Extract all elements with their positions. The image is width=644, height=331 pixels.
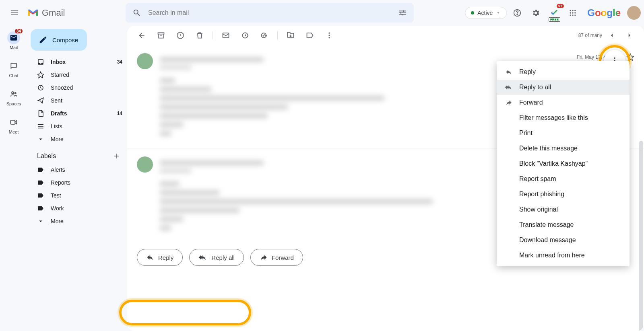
- gmail-logo[interactable]: Gmail: [27, 8, 122, 18]
- ctx-forward[interactable]: Forward: [497, 95, 630, 110]
- reply-button[interactable]: Reply: [137, 249, 183, 266]
- search-icon[interactable]: [129, 5, 145, 21]
- status-label: Active: [477, 10, 493, 16]
- ctx-translate-message[interactable]: Translate message: [497, 217, 630, 232]
- labels-button[interactable]: [302, 27, 318, 43]
- pagination-text: 87 of many: [578, 33, 602, 38]
- nav-more[interactable]: More: [27, 133, 127, 146]
- svg-point-4: [517, 14, 518, 15]
- prev-button[interactable]: [604, 27, 620, 43]
- svg-point-2: [401, 14, 403, 16]
- svg-point-8: [570, 12, 571, 13]
- svg-rect-18: [158, 33, 164, 34]
- ctx-print[interactable]: Print: [497, 125, 630, 141]
- offers-icon[interactable]: 9+ FREE: [546, 5, 562, 21]
- rail-chat[interactable]: Chat: [2, 57, 25, 80]
- svg-point-9: [572, 12, 574, 13]
- search-bar[interactable]: [126, 3, 414, 23]
- svg-point-11: [570, 14, 571, 16]
- svg-point-5: [570, 10, 571, 11]
- svg-point-25: [328, 37, 330, 38]
- scrollbar[interactable]: [639, 141, 643, 331]
- offers-badge: 9+: [557, 4, 564, 8]
- label-work[interactable]: Work: [27, 202, 127, 215]
- nav-inbox[interactable]: Inbox34: [27, 56, 127, 68]
- account-avatar[interactable]: [627, 6, 641, 20]
- nav-starred[interactable]: Starred: [27, 68, 127, 81]
- reply-all-button[interactable]: Reply all: [189, 249, 244, 266]
- message-toolbar: 87 of many: [127, 26, 644, 45]
- more-button[interactable]: [321, 27, 337, 43]
- svg-point-6: [572, 10, 574, 11]
- label-test[interactable]: Test: [27, 189, 127, 202]
- divider: [213, 31, 213, 39]
- status-chip[interactable]: Active: [465, 7, 507, 19]
- rail-meet[interactable]: Meet: [2, 113, 25, 137]
- ctx-delete-this-message[interactable]: Delete this message: [497, 141, 630, 156]
- archive-button[interactable]: [153, 27, 169, 43]
- move-to-button[interactable]: [283, 27, 299, 43]
- ctx-reply-to-all[interactable]: Reply to all: [497, 80, 630, 95]
- rail-mail-badge: 34: [15, 29, 23, 33]
- sender-avatar[interactable]: [137, 53, 153, 69]
- apps-icon[interactable]: [565, 5, 581, 21]
- forward-button[interactable]: Forward: [250, 249, 303, 266]
- svg-point-13: [574, 14, 576, 16]
- message-context-menu: ReplyReply to allForwardFilter messages …: [497, 61, 630, 266]
- add-label-button[interactable]: [113, 152, 121, 160]
- nav-lists[interactable]: Lists: [27, 120, 127, 133]
- labels-header: Labels: [37, 152, 56, 160]
- gmail-text: Gmail: [42, 8, 65, 18]
- nav-drafts[interactable]: Drafts14: [27, 107, 127, 120]
- ctx-report-spam[interactable]: Report spam: [497, 171, 630, 187]
- report-spam-button[interactable]: [172, 27, 188, 43]
- compose-button[interactable]: Compose: [31, 29, 87, 51]
- app-rail: 34 Mail Chat Spaces Meet: [0, 26, 27, 331]
- rail-label: Spaces: [6, 101, 21, 106]
- status-dot-icon: [471, 11, 474, 14]
- rail-spaces[interactable]: Spaces: [2, 85, 25, 109]
- ctx-show-original[interactable]: Show original: [497, 202, 630, 217]
- delete-button[interactable]: [192, 27, 208, 43]
- support-icon[interactable]: [509, 5, 525, 21]
- ctx-mark-unread-from-here[interactable]: Mark unread from here: [497, 248, 630, 263]
- ctx-block-vartika-kashyap-[interactable]: Block "Vartika Kashyap": [497, 156, 630, 171]
- label-more[interactable]: More: [27, 215, 127, 228]
- ctx-reply[interactable]: Reply: [497, 64, 630, 80]
- google-logo[interactable]: Google: [587, 7, 621, 19]
- ctx-download-message[interactable]: Download message: [497, 232, 630, 248]
- rail-label: Mail: [10, 45, 18, 50]
- ctx-report-phishing[interactable]: Report phishing: [497, 187, 630, 202]
- svg-point-7: [574, 10, 576, 11]
- svg-rect-16: [11, 120, 15, 124]
- search-input[interactable]: [145, 9, 394, 16]
- svg-point-23: [328, 33, 330, 34]
- snooze-button[interactable]: [237, 27, 253, 43]
- meet-icon: [7, 116, 20, 129]
- mark-unread-button[interactable]: [218, 27, 234, 43]
- compose-label: Compose: [52, 37, 78, 43]
- svg-point-10: [574, 12, 576, 13]
- free-tag: FREE: [549, 17, 560, 22]
- add-task-button[interactable]: [256, 27, 272, 43]
- settings-icon[interactable]: [528, 5, 544, 21]
- main-menu-button[interactable]: [5, 3, 24, 23]
- svg-point-1: [400, 12, 402, 14]
- next-button[interactable]: [621, 27, 638, 43]
- back-button[interactable]: [134, 27, 150, 43]
- svg-point-24: [328, 35, 330, 36]
- label-reports[interactable]: Reports: [27, 176, 127, 189]
- label-alerts[interactable]: Alerts: [27, 163, 127, 176]
- rail-label: Chat: [9, 73, 18, 78]
- sidebar: Compose Inbox34StarredSnoozedSentDrafts1…: [27, 26, 127, 331]
- svg-point-0: [403, 10, 405, 12]
- sender-avatar[interactable]: [137, 156, 153, 173]
- rail-mail[interactable]: 34 Mail: [2, 29, 25, 52]
- nav-snoozed[interactable]: Snoozed: [27, 81, 127, 94]
- ctx-filter-messages-like-this[interactable]: Filter messages like this: [497, 110, 630, 125]
- star-icon[interactable]: [626, 53, 634, 61]
- nav-sent[interactable]: Sent: [27, 94, 127, 107]
- search-options-icon[interactable]: [394, 5, 411, 21]
- svg-point-12: [572, 14, 574, 16]
- svg-point-15: [15, 93, 16, 94]
